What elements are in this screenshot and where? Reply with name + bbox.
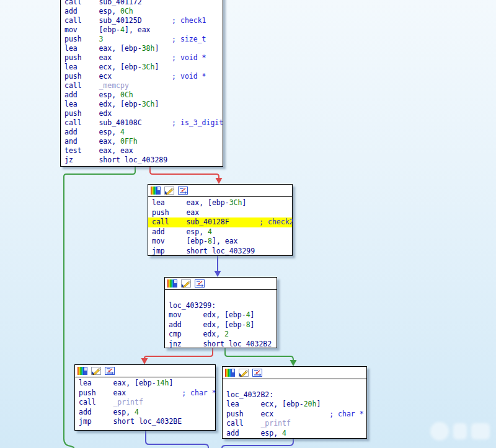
watermark-mark [453,423,467,439]
instruction-line[interactable]: jnz short loc_4032B2 [169,340,277,349]
instruction-line[interactable]: call _printf [79,398,215,408]
instruction-line[interactable]: jmp short loc_403299 [152,247,292,257]
edge-jmp-right-out [222,438,293,448]
instruction-line[interactable]: jmp short loc_4032BE [79,417,215,427]
node-title-bar [223,367,366,379]
edge-entry-false [150,165,219,178]
node-title-bar [165,278,277,290]
instruction-line[interactable]: add esp, 0Ch [64,90,223,100]
edge-cmp-true [225,348,293,360]
instruction-line[interactable]: push eax ; char * [79,389,215,398]
watermark [430,422,490,441]
basic-block-loc-4032B2[interactable]: loc_4032B2:lea ecx, [ebp-20h]push ecx ; … [222,366,367,439]
node-layout-icon[interactable] [178,187,188,195]
instruction-line[interactable]: push eax ; void * [64,53,223,63]
instruction-line[interactable]: push eax [152,208,292,218]
watermark-mark [471,423,490,439]
edge-cmp-false-arrowhead-icon [141,358,148,364]
instruction-line[interactable]: call sub_40108C ; is_3_digit [64,118,223,128]
instruction-line[interactable]: lea ecx, [ebp-20h] [226,400,366,410]
node-code-body: lea eax, [ebp-3Ch]push eaxcall sub_40128… [148,197,292,256]
instruction-line[interactable]: cmp edx, 2 [169,330,277,340]
node-edit-icon[interactable] [91,367,101,375]
instruction-line[interactable]: add esp, 0Ch [64,7,223,16]
instruction-line[interactable]: mov [ebp-8], eax [152,237,292,247]
instruction-line[interactable]: add esp, 4 [79,408,215,418]
node-color-icon[interactable] [78,367,87,375]
node-layout-icon[interactable] [252,369,262,377]
instruction-line[interactable]: add edx, [ebp-8] [169,320,277,330]
instruction-line[interactable] [226,380,366,390]
edge-jmp-left-out [146,430,208,448]
instruction-line[interactable]: jz short loc_403289 [64,156,223,165]
instruction-line[interactable]: lea eax, [ebp-14h] [79,379,215,389]
basic-block-printf-left[interactable]: lea eax, [ebp-14h]push eax ; char *call … [74,364,216,431]
instruction-line[interactable]: call _memcpy [64,81,223,90]
instruction-line[interactable]: lea eax, [ebp-3Ch] [152,198,292,208]
watermark-logo-icon [430,422,449,441]
instruction-line[interactable]: loc_403299: [169,301,277,311]
edge-entry-false-arrowhead-icon [216,178,223,184]
instruction-line[interactable]: push edx [64,109,223,118]
instruction-line[interactable]: push 3 ; size_t [64,35,223,44]
node-title-bar [148,185,292,197]
node-layout-icon[interactable] [195,279,205,288]
instruction-line[interactable]: loc_4032B2: [226,390,366,400]
node-code-body: call sub_401172add esp, 0Chcall sub_4012… [61,0,223,165]
node-edit-icon[interactable] [239,369,249,377]
node-color-icon[interactable] [225,369,235,377]
edge-cmp-false [144,348,213,358]
node-code-body: loc_403299:mov edx, [ebp-4]add edx, [ebp… [165,290,277,349]
instruction-line[interactable]: call sub_40125D ; check1 [64,16,223,25]
instruction-line[interactable]: add esp, 4 [152,227,292,237]
edge-cmp-true-arrowhead-icon [290,360,297,366]
node-color-icon[interactable] [167,279,177,288]
instruction-line[interactable]: mov edx, [ebp-4] [169,310,277,320]
node-code-body: lea eax, [ebp-14h]push eax ; char *call … [75,377,215,427]
node-code-body: loc_4032B2:lea ecx, [ebp-20h]push ecx ; … [223,379,366,438]
instruction-line[interactable]: call sub_401172 [64,0,223,7]
node-title-bar [75,365,215,377]
instruction-line[interactable]: add esp, 4 [226,429,366,439]
instruction-line[interactable]: lea ecx, [ebp-3Ch] [64,63,223,72]
instruction-line[interactable] [169,291,277,301]
node-edit-icon[interactable] [181,279,191,288]
graph-canvas[interactable]: call sub_401172add esp, 0Chcall sub_4012… [0,0,496,448]
instruction-line[interactable]: push ecx ; void * [64,72,223,81]
basic-block-loc-403299[interactable]: loc_403299:mov edx, [ebp-4]add edx, [ebp… [164,277,277,348]
instruction-line[interactable]: and eax, 0FFh [64,137,223,146]
instruction-line[interactable]: call _printf [226,419,366,429]
instruction-line[interactable]: mov [ebp-4], eax [64,25,223,35]
instruction-line[interactable]: lea eax, [ebp-38h] [64,44,223,53]
edge-check2-flow-arrowhead-icon [215,271,221,277]
instruction-line[interactable]: lea edx, [ebp-3Ch] [64,100,223,109]
basic-block-check2[interactable]: lea eax, [ebp-3Ch]push eaxcall sub_40128… [148,184,293,256]
basic-block-entry[interactable]: call sub_401172add esp, 0Chcall sub_4012… [60,0,223,167]
instruction-line[interactable]: test eax, eax [64,146,223,156]
node-color-icon[interactable] [151,187,161,195]
instruction-line[interactable]: add esp, 4 [64,128,223,137]
node-edit-icon[interactable] [164,187,174,195]
instruction-line[interactable]: push ecx ; char * [226,410,366,419]
node-layout-icon[interactable] [105,367,115,375]
highlighted-instruction-line[interactable]: call sub_40128F ; check2 [148,217,292,227]
